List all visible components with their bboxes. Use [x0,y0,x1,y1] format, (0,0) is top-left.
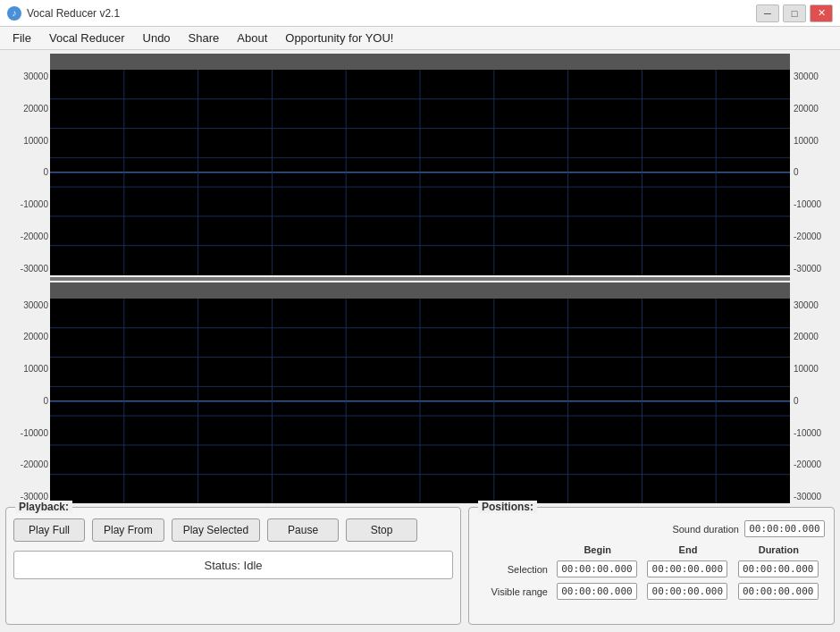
menu-bar: File Vocal Reducer Undo Share About Oppo… [0,27,840,50]
positions-group: Positions: Sound duration Begin End Dura… [468,507,835,625]
visible-range-begin-input[interactable] [557,583,637,600]
visible-range-duration-input[interactable] [738,583,819,600]
header-duration: Duration [735,543,823,557]
menu-vocal-reducer[interactable]: Vocal Reducer [40,29,134,47]
play-from-button[interactable]: Play From [92,518,164,542]
grid-svg-bottom [50,299,790,504]
positions-table: Begin End Duration Selection Visible ran… [478,541,825,603]
waveform-ruler-bottom [50,282,790,299]
right-scale-bottom: 30000 20000 10000 0 -10000 -20000 -30000 [790,282,836,504]
status-box: Status: Idle [13,551,453,579]
left-scale-bottom: 30000 20000 10000 0 -10000 -20000 -30000 [4,282,50,504]
left-scale-top: 30000 20000 10000 0 -10000 -20000 -30000 [4,54,50,275]
waveform-container: 30000 20000 10000 0 -10000 -20000 -30000… [4,54,836,503]
selection-end-input[interactable] [647,560,727,577]
maximize-button[interactable]: □ [783,4,806,22]
selection-label: Selection [480,559,551,579]
waveform-ruler-top: /* ticks rendered inline */ [50,54,790,70]
app-title: Vocal Reducer v2.1 [27,7,756,20]
pause-button[interactable]: Pause [267,518,339,542]
waveform-bottom-panel: 30000 20000 10000 0 -10000 -20000 -30000 [4,282,836,504]
menu-about[interactable]: About [228,29,276,47]
minimize-button[interactable]: ─ [756,4,779,22]
menu-share[interactable]: Share [180,29,229,47]
waveform-canvas-top[interactable]: /* ticks rendered inline */ [50,54,790,275]
window-controls: ─ □ ✕ [756,4,833,22]
selection-row: Selection [480,559,823,579]
play-full-button[interactable]: Play Full [13,518,85,542]
playback-legend: Playback: [15,501,72,513]
menu-undo[interactable]: Undo [134,29,180,47]
waveform-top-panel: 30000 20000 10000 0 -10000 -20000 -30000… [4,54,836,275]
visible-range-end-input[interactable] [647,583,727,600]
sound-duration-input[interactable] [744,520,825,537]
header-end: End [643,543,732,557]
svg-rect-0 [50,54,790,70]
svg-rect-18 [50,282,790,299]
sound-duration-row: Sound duration [478,520,825,537]
playback-buttons: Play Full Play From Play Selected Pause … [13,518,453,542]
selection-begin-input[interactable] [557,560,637,577]
stop-button[interactable]: Stop [346,518,417,542]
title-bar: ♪ Vocal Reducer v2.1 ─ □ ✕ [0,0,840,27]
header-begin: Begin [553,543,642,557]
bottom-area: Playback: Play Full Play From Play Selec… [4,503,836,628]
play-selected-button[interactable]: Play Selected [172,518,260,542]
right-scale-top: 30000 20000 10000 0 -10000 -20000 -30000 [790,54,836,275]
menu-file[interactable]: File [4,29,40,47]
selection-duration-input[interactable] [738,560,819,577]
close-button[interactable]: ✕ [810,4,833,22]
visible-range-row: Visible range [480,581,823,602]
waveform-divider [50,277,790,281]
playback-group: Playback: Play Full Play From Play Selec… [5,507,461,625]
grid-svg-top [50,70,790,275]
main-area: 30000 20000 10000 0 -10000 -20000 -30000… [0,50,840,632]
app-icon: ♪ [7,6,21,21]
menu-opportunity[interactable]: Opportunity for YOU! [276,29,402,47]
visible-range-label: Visible range [480,581,551,602]
sound-duration-label: Sound duration [672,524,739,535]
waveform-canvas-bottom[interactable] [50,282,790,504]
status-text: Status: Idle [204,559,262,572]
positions-legend: Positions: [478,501,537,513]
